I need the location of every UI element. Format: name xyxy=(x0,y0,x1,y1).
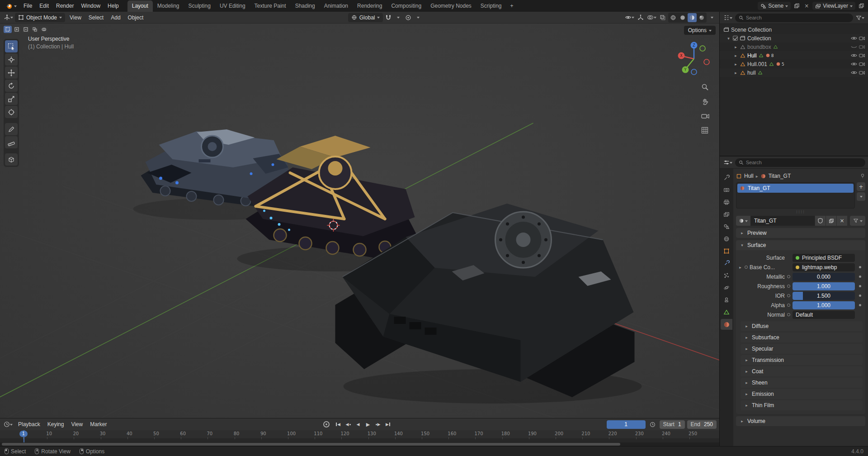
unlink-scene-button[interactable]: × xyxy=(802,2,811,10)
properties-editor-type-button[interactable] xyxy=(722,158,733,167)
workspace-tab[interactable]: Shading xyxy=(291,0,320,12)
mode-dropdown[interactable]: Object Mode xyxy=(15,13,65,22)
timeline-menu-item[interactable]: View xyxy=(67,420,86,429)
topbar-menu-item[interactable]: Help xyxy=(104,1,123,10)
base-color-field[interactable]: lightmap.webp xyxy=(793,263,855,271)
options-button[interactable]: Options xyxy=(684,26,716,35)
viewport-menu-item[interactable]: Add xyxy=(107,13,124,22)
topbar-menu-item[interactable]: File xyxy=(20,1,36,10)
current-frame-field[interactable]: 1 xyxy=(607,420,646,429)
modifiers-tab[interactable] xyxy=(721,258,732,269)
eye-icon[interactable] xyxy=(851,62,857,66)
constraints-tab[interactable] xyxy=(721,294,732,305)
decorator-dot[interactable] xyxy=(857,266,863,268)
data-tab[interactable] xyxy=(721,307,732,318)
xray-toggle[interactable] xyxy=(658,13,667,22)
new-scene-button[interactable] xyxy=(793,2,801,10)
subpanel-header[interactable]: ▸ Coat xyxy=(741,366,863,376)
workspace-tab[interactable]: Layout xyxy=(127,0,153,12)
timeline-menu-item[interactable]: Playback xyxy=(14,420,44,429)
select-intersect-mode[interactable] xyxy=(40,26,48,33)
subpanel-header[interactable]: ▸ Subsurface xyxy=(741,332,863,342)
shading-wireframe-button[interactable] xyxy=(669,13,678,22)
material-tab[interactable] xyxy=(721,319,732,330)
workspace-tab[interactable]: Scripting xyxy=(476,0,506,12)
scene-tab[interactable] xyxy=(721,221,732,232)
camera-visibility-icon[interactable] xyxy=(859,53,865,58)
subpanel-header[interactable]: ▸ Diffuse xyxy=(741,321,863,331)
disclosure-right-icon[interactable]: ▸ xyxy=(733,53,738,58)
breadcrumb-material[interactable]: Titan_GT xyxy=(769,173,791,179)
material-slot-list[interactable]: Titan_GT xyxy=(736,182,855,209)
subpanel-header[interactable]: ▸ Specular xyxy=(741,344,863,354)
timeline-menu-item[interactable]: Marker xyxy=(86,420,110,429)
decorator-dot[interactable] xyxy=(857,294,863,297)
shading-dropdown[interactable] xyxy=(708,13,717,22)
outliner-row-scene-collection[interactable]: Scene Collection xyxy=(720,25,868,34)
fake-user-button[interactable] xyxy=(815,216,826,226)
viewlayer-tab[interactable] xyxy=(721,209,732,220)
disclosure-right-icon[interactable]: ▸ xyxy=(733,45,738,49)
add-cube-tool[interactable] xyxy=(5,153,18,166)
use-preview-range-toggle[interactable] xyxy=(648,420,657,429)
disclosure-right-icon[interactable]: ▸ xyxy=(733,71,738,75)
material-slot-row[interactable]: Titan_GT xyxy=(737,184,854,193)
tool-tab[interactable] xyxy=(721,172,732,183)
new-material-button[interactable] xyxy=(826,216,836,226)
outliner-row-collection[interactable]: ▾ Collection xyxy=(720,34,868,43)
outliner-search-input[interactable] xyxy=(746,15,849,20)
timeline-editor-type-button[interactable] xyxy=(3,420,14,429)
select-extend-mode[interactable] xyxy=(13,26,21,33)
move-tool[interactable] xyxy=(5,66,18,79)
workspace-tab[interactable]: Geometry Nodes xyxy=(426,0,476,12)
viewport-menu-item[interactable]: Object xyxy=(124,13,147,22)
output-tab[interactable] xyxy=(721,197,732,208)
pan-hand-icon[interactable] xyxy=(701,98,709,106)
properties-search-input[interactable] xyxy=(746,160,862,165)
workspace-tab[interactable]: Modeling xyxy=(153,0,184,12)
orientation-dropdown[interactable]: Global xyxy=(348,13,383,22)
select-invert-mode[interactable] xyxy=(31,26,39,33)
topbar-menu-item[interactable]: Window xyxy=(77,1,104,10)
outliner-filter-button[interactable] xyxy=(855,13,865,22)
camera-visibility-icon[interactable] xyxy=(859,70,865,75)
camera-visibility-icon[interactable] xyxy=(859,62,865,66)
outliner-row-object[interactable]: ▸ Hull 8 xyxy=(720,51,868,60)
pin-icon[interactable] xyxy=(860,173,865,179)
play-reverse-button[interactable]: ◀ xyxy=(354,420,363,428)
normal-field[interactable]: Default xyxy=(793,311,855,319)
metallic-slider[interactable]: 0.000 xyxy=(793,273,855,281)
box-select-tool[interactable] xyxy=(5,40,18,52)
prev-keyframe-button[interactable]: ◀ xyxy=(344,420,353,428)
physics-tab[interactable] xyxy=(721,282,732,293)
zoom-icon[interactable] xyxy=(701,83,709,91)
surface-shader-field[interactable]: Principled BSDF xyxy=(793,254,855,262)
proportional-dropdown[interactable] xyxy=(414,13,423,22)
properties-search[interactable] xyxy=(735,158,865,167)
decorator-dot[interactable] xyxy=(857,276,863,278)
viewlayer-selector[interactable]: ViewLayer xyxy=(812,2,855,10)
measure-tool[interactable] xyxy=(5,136,18,148)
playhead[interactable]: 1 xyxy=(24,430,24,442)
overlays-toggle[interactable] xyxy=(646,13,657,22)
editor-type-button[interactable] xyxy=(3,13,14,22)
outliner-editor-type-button[interactable] xyxy=(722,13,733,22)
shading-rendered-button[interactable] xyxy=(697,13,706,22)
subpanel-header[interactable]: ▸ Emission xyxy=(741,389,863,399)
disclosure-down-icon[interactable]: ▾ xyxy=(726,36,731,41)
volume-panel-header[interactable]: ▸ Volume xyxy=(736,416,865,426)
particles-tab[interactable] xyxy=(721,270,732,281)
eye-icon[interactable] xyxy=(851,36,857,41)
topbar-menu-item[interactable]: Render xyxy=(52,1,77,10)
ortho-grid-icon[interactable] xyxy=(701,127,708,134)
world-tab[interactable] xyxy=(721,233,732,244)
transform-tool[interactable] xyxy=(5,106,18,118)
frame-end-field[interactable]: End 250 xyxy=(687,420,717,429)
subpanel-header[interactable]: ▸ Transmission xyxy=(741,355,863,365)
jump-to-end-button[interactable]: ▶ xyxy=(384,420,392,428)
play-button[interactable]: ▶ xyxy=(364,420,373,428)
workspace-tab[interactable]: Texture Paint xyxy=(250,0,291,12)
camera-visibility-icon[interactable] xyxy=(859,44,865,49)
slot-list-resize-grip[interactable]: :::: xyxy=(736,209,865,215)
slot-specials-dropdown[interactable] xyxy=(857,192,865,201)
